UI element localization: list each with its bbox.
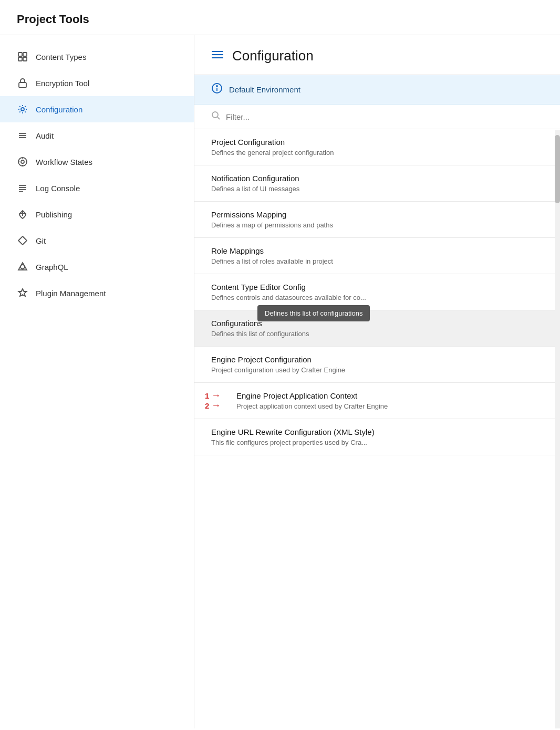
sidebar-item-label: Log Console [36,184,80,193]
svg-rect-1 [23,53,27,56]
config-item-project-config[interactable]: Project Configuration Defines the genera… [194,129,560,165]
config-item-desc: This file configures project properties … [211,439,543,446]
config-item-role-mappings[interactable]: Role Mappings Defines a list of roles av… [194,238,560,274]
main-content: Configuration Default Environment [194,35,560,728]
page-header: Project Tools [0,0,560,35]
grid-icon [17,51,28,62]
config-item-title: Engine URL Rewrite Configuration (XML St… [211,427,543,436]
arrow-1-icon: → [211,390,221,401]
config-item-title: Engine Project Configuration [211,355,543,364]
page-wrapper: Project Tools Content Types [0,0,560,730]
env-banner: Default Environment [194,75,560,105]
git-icon [17,235,28,246]
scrollbar-thumb[interactable] [555,135,560,203]
config-item-engine-app-context[interactable]: 1 → 2 → Engine Project Application Conte… [194,383,560,419]
sidebar-item-label: Configuration [36,105,82,114]
sidebar-item-publishing[interactable]: Publishing [0,201,194,227]
sidebar-item-content-types[interactable]: Content Types [0,44,194,70]
config-item-desc: Defines a map of permissions and paths [211,221,543,229]
arrow-2-icon: → [211,400,221,411]
sidebar-item-label: Workflow States [36,158,92,166]
log-console-icon [17,182,28,194]
config-item-title: Notification Configuration [211,174,543,183]
env-label: Default Environment [229,85,300,94]
sidebar-item-git[interactable]: Git [0,227,194,254]
config-item-title: Configurations [211,319,543,328]
search-icon [211,111,221,122]
configuration-gear-icon [17,103,28,115]
config-item-engine-project-config[interactable]: Engine Project Configuration Project con… [194,347,560,383]
sidebar-item-configuration[interactable]: Configuration [0,96,194,122]
audit-icon [17,130,28,141]
config-item-engine-url-rewrite[interactable]: Engine URL Rewrite Configuration (XML St… [194,419,560,455]
sidebar-item-plugin-management[interactable]: Plugin Management [0,280,194,306]
svg-point-9 [18,158,27,166]
config-item-title: Engine Project Application Context [236,391,543,400]
plugin-icon [17,287,28,299]
sidebar-item-workflow-states[interactable]: Workflow States [0,149,194,175]
filter-row [194,105,560,129]
config-item-title: Permissions Mapping [211,210,543,219]
sidebar: Content Types Encryption Tool [0,35,194,728]
info-circle-icon [211,82,223,97]
page-title: Project Tools [17,13,543,26]
sidebar-item-graphql[interactable]: GraphQL [0,254,194,280]
config-item-desc: Defines a list of UI messages [211,185,543,193]
main-layout: Content Types Encryption Tool [0,35,560,728]
config-item-notification-config[interactable]: Notification Configuration Defines a lis… [194,165,560,202]
annotation-1: 1 [205,391,209,400]
lock-icon [17,77,28,89]
sidebar-item-label: GraphQL [36,263,68,272]
sidebar-item-label: Encryption Tool [36,79,89,88]
svg-point-24 [212,112,218,118]
config-item-title: Role Mappings [211,246,543,255]
config-item-desc: Defines this list of configurations [211,330,543,338]
config-item-desc: Defines the general project configuratio… [211,149,543,157]
svg-rect-0 [18,53,22,56]
workflow-icon [17,156,28,168]
svg-rect-2 [18,57,22,61]
publishing-icon [17,208,28,220]
graphql-icon [17,261,28,273]
config-item-configurations[interactable]: Configurations Defines this list of conf… [194,310,560,347]
svg-point-10 [21,160,24,163]
svg-point-17 [20,265,25,269]
hamburger-icon[interactable] [211,49,224,62]
config-item-title: Content Type Editor Config [211,283,543,291]
config-item-permissions-mapping[interactable]: Permissions Mapping Defines a map of per… [194,202,560,238]
svg-point-5 [21,108,24,111]
config-item-desc: Defines controls and datasources availab… [211,294,543,301]
svg-point-23 [216,86,217,87]
content-header: Configuration [194,35,560,75]
sidebar-item-encryption-tool[interactable]: Encryption Tool [0,70,194,96]
config-item-content-type-editor[interactable]: Content Type Editor Config Defines contr… [194,274,560,310]
sidebar-item-log-console[interactable]: Log Console [0,175,194,201]
config-item-desc: Project configuration used by Crafter En… [211,366,543,374]
sidebar-item-label: Publishing [36,210,72,219]
sidebar-item-label: Git [36,236,46,245]
annotation-2: 2 [205,401,209,410]
svg-line-25 [217,117,220,119]
filter-input[interactable] [226,112,543,121]
config-list: Project Configuration Defines the genera… [194,129,560,728]
svg-rect-3 [23,57,27,61]
svg-rect-4 [19,82,26,88]
config-item-title: Project Configuration [211,138,543,147]
sidebar-item-label: Audit [36,131,54,140]
configuration-title: Configuration [232,48,314,64]
sidebar-item-label: Content Types [36,53,86,61]
sidebar-item-audit[interactable]: Audit [0,122,194,149]
config-item-desc: Defines a list of roles available in pro… [211,257,543,265]
config-item-desc: Project application context used by Craf… [236,402,543,410]
sidebar-item-label: Plugin Management [36,289,106,298]
scrollbar-track[interactable] [555,130,560,728]
